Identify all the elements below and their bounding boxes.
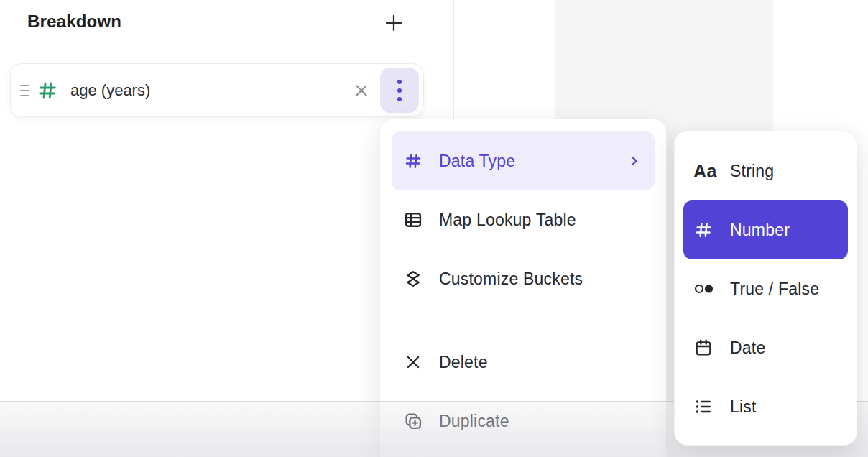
x-icon	[352, 81, 371, 100]
table-icon	[403, 210, 423, 230]
submenu-item-label: Number	[730, 221, 790, 240]
submenu-item-date[interactable]: Date	[683, 318, 848, 377]
bullet-list-icon	[693, 397, 719, 417]
submenu-item-label: Date	[730, 338, 765, 358]
boolean-circles-icon	[693, 280, 719, 297]
menu-item-duplicate[interactable]: Duplicate	[392, 392, 655, 451]
submenu-item-string[interactable]: Aa String	[683, 142, 848, 200]
x-icon	[403, 352, 423, 372]
field-context-menu: Data Type Map Lookup Table Customize Buc…	[379, 119, 667, 457]
submenu-item-list[interactable]: List	[683, 377, 848, 436]
breakdown-field-row[interactable]: age (years)	[10, 63, 424, 117]
menu-item-label: Duplicate	[439, 412, 509, 431]
submenu-item-label: List	[730, 397, 757, 417]
hash-icon	[403, 151, 423, 171]
menu-item-data-type[interactable]: Data Type	[392, 131, 655, 190]
submenu-item-number[interactable]: Number	[683, 200, 848, 259]
layers-icon	[403, 269, 423, 289]
chevron-right-icon	[627, 154, 642, 168]
field-label: age (years)	[70, 81, 150, 100]
plus-icon	[382, 11, 405, 34]
text-aa-icon: Aa	[693, 161, 719, 182]
menu-item-label: Map Lookup Table	[439, 211, 576, 230]
calendar-icon	[693, 338, 719, 358]
menu-divider	[392, 318, 655, 318]
submenu-item-label: String	[730, 162, 774, 181]
duplicate-icon	[403, 411, 423, 431]
menu-item-label: Customize Buckets	[439, 269, 583, 289]
menu-item-delete[interactable]: Delete	[392, 333, 655, 392]
hash-icon	[693, 220, 719, 240]
submenu-item-true-false[interactable]: True / False	[683, 259, 848, 318]
page-title: Breakdown	[27, 11, 121, 32]
drag-handle-icon[interactable]	[16, 85, 33, 96]
number-type-icon	[33, 79, 62, 102]
submenu-item-label: True / False	[730, 280, 819, 299]
add-breakdown-button[interactable]	[379, 9, 408, 37]
menu-item-map-lookup-table[interactable]: Map Lookup Table	[392, 190, 655, 249]
menu-item-customize-buckets[interactable]: Customize Buckets	[392, 249, 655, 308]
menu-item-label: Delete	[439, 353, 488, 372]
field-menu-button[interactable]	[380, 68, 419, 113]
menu-item-label: Data Type	[439, 152, 515, 171]
data-type-submenu: Aa String Number True / False Date List	[674, 131, 857, 446]
remove-field-button[interactable]	[347, 76, 376, 105]
